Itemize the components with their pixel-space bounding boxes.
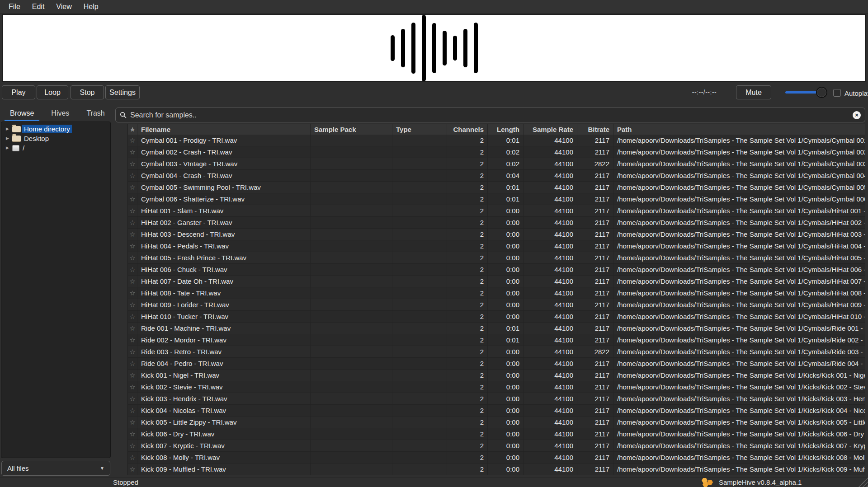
star-outline-icon[interactable]: ☆ [129,430,135,438]
table-row[interactable]: ☆HiHat 008 - Tate - TRI.wav20:0044100211… [128,287,865,299]
tree-item-home-directory[interactable]: ▶Home directory [1,124,110,134]
star-outline-icon[interactable]: ☆ [129,418,135,426]
star-outline-icon[interactable]: ☆ [129,395,135,403]
star-outline-icon[interactable]: ☆ [129,207,135,215]
expander-icon[interactable]: ▶ [6,127,12,131]
table-row[interactable]: ☆Kick 009 - Muffled - TRI.wav20:00441002… [128,464,865,475]
star-outline-icon[interactable]: ☆ [129,277,135,286]
cell-channels: 2 [447,346,488,357]
table-row[interactable]: ☆Cymbal 006 - Shatterize - TRI.wav20:014… [128,193,865,205]
table-row[interactable]: ☆Kick 003 - Hendrix - TRI.wav20:00441002… [128,393,865,405]
table-row[interactable]: ☆Kick 005 - Little Zippy - TRI.wav20:004… [128,417,865,428]
column-header-length[interactable]: Length [488,124,524,135]
table-row[interactable]: ☆Cymbal 005 - Swimming Pool - TRI.wav20:… [128,182,865,193]
table-row[interactable]: ☆Kick 006 - Dry - TRI.wav20:00441002117/… [128,428,865,440]
table-row[interactable]: ☆Cymbal 004 - Crash - TRI.wav20:04441002… [128,170,865,182]
star-outline-icon[interactable]: ☆ [129,407,135,415]
star-outline-icon[interactable]: ☆ [129,148,135,156]
tree-item-desktop[interactable]: ▶Desktop [1,134,110,143]
favorites-column-header[interactable]: ★ [128,124,137,135]
star-outline-icon[interactable]: ☆ [129,465,135,473]
resize-grip[interactable] [858,477,868,487]
tab-hives[interactable]: Hives [45,108,75,121]
table-row[interactable]: ☆Kick 007 - Kryptic - TRI.wav20:00441002… [128,440,865,452]
star-outline-icon[interactable]: ☆ [129,172,135,180]
star-outline-icon[interactable]: ☆ [129,254,135,262]
tab-trash[interactable]: Trash [80,108,111,121]
star-outline-icon[interactable]: ☆ [129,324,135,332]
column-header-path[interactable]: Path [613,124,865,135]
table-row[interactable]: ☆Cymbal 003 - VIntage - TRI.wav20:024410… [128,158,865,170]
column-header-bitrate[interactable]: Bitrate [577,124,613,135]
menu-edit[interactable]: Edit [26,3,51,11]
table-row[interactable]: ☆Cymbal 001 - Prodigy - TRI.wav20:014410… [128,135,865,146]
table-row[interactable]: ☆Ride 004 - Pedro - TRI.wav20:0044100211… [128,358,865,370]
table-row[interactable]: ☆HiHat 001 - Slam - TRI.wav20:0044100211… [128,205,865,217]
table-row[interactable]: ☆HiHat 003 - Descend - TRI.wav20:0044100… [128,229,865,240]
search-bar[interactable]: × [115,108,865,122]
table-row[interactable]: ☆Ride 002 - Mordor - TRI.wav20:014410021… [128,334,865,346]
tab-browse[interactable]: Browse [4,108,40,121]
star-outline-icon[interactable]: ☆ [129,442,135,450]
play-button[interactable]: Play [2,85,35,99]
table-row[interactable]: ☆Cymbal 002 - Crash - TRI.wav20:02441002… [128,146,865,158]
stop-button[interactable]: Stop [71,85,104,99]
column-header-channels[interactable]: Channels [447,124,488,135]
search-input[interactable] [130,111,853,119]
expander-icon[interactable]: ▶ [6,136,12,140]
cell-channels: 2 [447,381,488,393]
table-row[interactable]: ☆Kick 001 - Nigel - TRI.wav20:0044100211… [128,370,865,381]
table-row[interactable]: ☆HiHat 009 - Lorider - TRI.wav20:0044100… [128,299,865,311]
star-outline-icon[interactable]: ☆ [129,136,135,145]
table-row[interactable]: ☆HiHat 005 - Fresh Prince - TRI.wav20:00… [128,252,865,264]
table-row[interactable]: ☆Kick 004 - Nicolas - TRI.wav20:00441002… [128,405,865,417]
table-row[interactable]: ☆Ride 001 - Machine - TRI.wav20:01441002… [128,323,865,334]
table-row[interactable]: ☆HiHat 002 - Ganster - TRI.wav20:0044100… [128,217,865,229]
tree-item-[interactable]: ▶/ [1,143,110,153]
cell-sample_pack [311,182,392,193]
table-row[interactable]: ☆Ride 003 - Retro - TRI.wav20:0044100282… [128,346,865,358]
column-header-type[interactable]: Type [392,124,447,135]
loop-button[interactable]: Loop [37,85,68,99]
star-outline-icon[interactable]: ☆ [129,242,135,250]
star-outline-icon[interactable]: ☆ [129,183,135,192]
star-outline-icon[interactable]: ☆ [129,348,135,356]
table-row[interactable]: ☆Kick 002 - Stevie - TRI.wav20:004410021… [128,381,865,393]
file-filter-dropdown[interactable]: All files ▼ [1,461,110,476]
star-outline-icon[interactable]: ☆ [129,195,135,203]
column-header-filename[interactable]: Filename [137,124,311,135]
table-row[interactable]: ☆HiHat 004 - Pedals - TRI.wav20:00441002… [128,240,865,252]
star-outline-icon[interactable]: ☆ [129,371,135,379]
settings-button[interactable]: Settings [105,85,140,99]
star-outline-icon[interactable]: ☆ [129,266,135,274]
waveform-bar [411,23,415,74]
table-row[interactable]: ☆Kick 008 - Molly - TRI.wav20:0044100211… [128,452,865,464]
star-outline-icon[interactable]: ☆ [129,360,135,368]
column-header-sample_rate[interactable]: Sample Rate [524,124,577,135]
cell-filename: Cymbal 002 - Crash - TRI.wav [137,146,311,158]
expander-icon[interactable]: ▶ [6,146,12,150]
cell-sample_pack [311,452,392,463]
table-row[interactable]: ☆HiHat 006 - Chuck - TRI.wav20:004410021… [128,264,865,276]
volume-slider[interactable] [785,85,827,99]
star-outline-icon[interactable]: ☆ [129,336,135,344]
column-header-sample_pack[interactable]: Sample Pack [311,124,392,135]
star-outline-icon[interactable]: ☆ [129,160,135,168]
star-outline-icon[interactable]: ☆ [129,383,135,391]
star-outline-icon[interactable]: ☆ [129,230,135,239]
star-outline-icon[interactable]: ☆ [129,454,135,462]
volume-slider-thumb[interactable] [816,87,827,98]
table-row[interactable]: ☆HiHat 010 - Tucker - TRI.wav20:00441002… [128,311,865,323]
cell-sample_pack [311,146,392,158]
star-outline-icon[interactable]: ☆ [129,313,135,321]
menu-file[interactable]: File [3,3,26,11]
star-outline-icon[interactable]: ☆ [129,289,135,297]
autoplay-checkbox[interactable] [833,89,841,97]
mute-button[interactable]: Mute [736,85,771,99]
clear-search-icon[interactable]: × [853,111,861,119]
star-outline-icon[interactable]: ☆ [129,301,135,309]
menu-view[interactable]: View [50,3,77,11]
star-outline-icon[interactable]: ☆ [129,219,135,227]
table-row[interactable]: ☆HiHat 007 - Date Oh - TRI.wav20:0044100… [128,276,865,287]
menu-help[interactable]: Help [78,3,104,11]
